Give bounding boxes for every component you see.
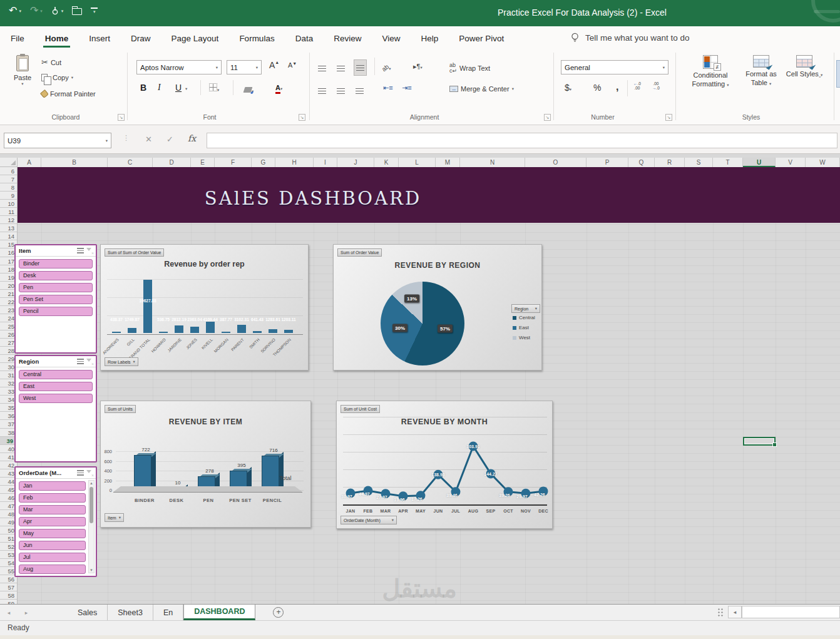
slicer-option-west[interactable]: West [19, 394, 93, 403]
axis-field-button[interactable]: OrderDate (Month)▾ [341, 516, 397, 524]
row-header-13[interactable]: 13 [0, 224, 17, 232]
name-box[interactable]: U39▾ [4, 133, 111, 148]
column-header-C[interactable]: C [108, 158, 153, 167]
tab-page-layout[interactable]: Page Layout [170, 28, 221, 49]
column-header-N[interactable]: N [460, 158, 525, 167]
insert-function-button[interactable]: fx [188, 133, 196, 143]
column-header-W[interactable]: W [806, 158, 840, 167]
select-all-corner[interactable] [0, 158, 18, 167]
bold-button[interactable]: B [140, 83, 146, 93]
conditional-formatting-button[interactable]: ≠ Conditional Formatting ▾ [684, 55, 737, 89]
tab-view[interactable]: View [380, 28, 402, 49]
bar-parent[interactable] [237, 325, 246, 333]
tab-data[interactable]: Data [294, 28, 315, 49]
orientation-button[interactable]: ab▾ [382, 61, 391, 73]
slicer-option-apr[interactable]: Apr [19, 517, 86, 526]
multi-select-icon[interactable] [77, 248, 84, 253]
column-header-U[interactable]: U [743, 158, 776, 167]
tab-scroll-right-icon[interactable]: ▸ [18, 605, 35, 620]
horizontal-scrollbar[interactable] [742, 606, 840, 618]
column-header-Q[interactable]: Q [628, 158, 655, 167]
slicer-option-jan[interactable]: Jan [19, 481, 86, 491]
clear-filter-icon[interactable] [86, 470, 93, 476]
font-size-select[interactable]: 11▾ [227, 60, 262, 74]
row-header-7[interactable]: 7 [0, 175, 17, 183]
align-bottom-button[interactable] [354, 60, 366, 75]
column-header-L[interactable]: L [399, 158, 436, 167]
slicer-option-feb[interactable]: Feb [19, 493, 86, 503]
shrink-font-button[interactable]: A▼ [288, 61, 297, 69]
copy-button[interactable]: Copy▾ [41, 74, 73, 81]
slicer-option-jul[interactable]: Jul [19, 553, 86, 562]
font-dialog-launcher[interactable]: ↘ [299, 114, 305, 121]
currency-format-button[interactable]: $▾ [565, 83, 571, 93]
decrease-indent-button[interactable]: ⇤≡ [383, 84, 393, 92]
column-header-E[interactable]: E [191, 158, 215, 167]
column-header-V[interactable]: V [776, 158, 806, 167]
tab-insert[interactable]: Insert [87, 28, 112, 49]
column-header-J[interactable]: J [337, 158, 374, 167]
formula-input[interactable] [207, 133, 837, 148]
hscroll-left-icon[interactable]: ◂ [728, 606, 742, 618]
row-header-10[interactable]: 10 [0, 200, 17, 208]
slicer-option-jun[interactable]: Jun [19, 541, 86, 550]
align-middle-button[interactable] [337, 63, 345, 74]
wrap-text-button[interactable]: abc↵Wrap Text [449, 63, 490, 74]
cut-button[interactable]: ✂Cut [41, 58, 61, 67]
formula-bar-grip[interactable]: ⋮ [123, 134, 130, 142]
column-header-R[interactable]: R [655, 158, 685, 167]
column-header-D[interactable]: D [153, 158, 191, 167]
ribbon-overflow-chevron-icon[interactable]: ⌄ [817, 73, 822, 79]
column-header-G[interactable]: G [252, 158, 275, 167]
bar-binder[interactable] [134, 455, 151, 490]
scroll-thumb[interactable] [90, 487, 93, 523]
align-center-button[interactable] [337, 85, 345, 96]
tab-power-pivot[interactable]: Power Pivot [457, 28, 506, 49]
tab-draw[interactable]: Draw [129, 28, 153, 49]
bar-kivell[interactable] [206, 322, 215, 333]
bar-thompson[interactable] [284, 330, 293, 333]
align-top-button[interactable] [318, 63, 326, 74]
slicer-scrollbar[interactable]: ▲ ▼ [88, 480, 95, 573]
font-color-button[interactable]: A▾ [275, 81, 282, 93]
slicer-option-desk[interactable]: Desk [19, 271, 93, 280]
slicer-option-pencil[interactable]: Pencil [19, 307, 93, 316]
text-direction-button[interactable]: ▸¶▾ [413, 63, 423, 71]
number-dialog-launcher[interactable]: ↘ [665, 114, 672, 121]
format-painter-button[interactable]: Format Painter [41, 90, 96, 98]
column-header-M[interactable]: M [436, 158, 460, 167]
bar-andrews[interactable] [112, 332, 121, 333]
format-as-table-button[interactable]: Format as Table ▾ [739, 55, 784, 88]
multi-select-icon[interactable] [77, 359, 84, 364]
tab-file[interactable]: File [9, 28, 26, 49]
underline-button[interactable]: U [175, 83, 182, 93]
column-header-S[interactable]: S [685, 158, 713, 167]
bar-morgan[interactable] [222, 332, 230, 333]
percent-format-button[interactable]: % [593, 83, 601, 93]
clear-filter-icon[interactable] [86, 248, 93, 254]
underline-caret-icon[interactable]: ▾ [185, 86, 187, 91]
touch-mode-button[interactable]: ▾ [51, 6, 64, 16]
column-header-K[interactable]: K [374, 158, 399, 167]
axis-field-button[interactable]: Row Labels▾ [105, 357, 138, 366]
bar-sorvino[interactable] [269, 329, 277, 333]
row-header-12[interactable]: 12 [0, 216, 17, 224]
row-header-57[interactable]: 57 [0, 583, 17, 591]
alignment-dialog-launcher[interactable]: ↘ [544, 114, 551, 121]
multi-select-icon[interactable] [77, 470, 84, 476]
row-header-9[interactable]: 9 [0, 192, 17, 200]
redo-button[interactable]: ↷▾ [30, 6, 43, 16]
clear-filter-icon[interactable] [86, 359, 93, 365]
grow-font-button[interactable]: A▲ [269, 60, 279, 70]
scroll-down-icon[interactable]: ▼ [89, 568, 94, 572]
decrease-decimal-button[interactable]: .00→.0 [652, 81, 660, 91]
slicer-option-aug[interactable]: Aug [19, 565, 86, 574]
row-header-6[interactable]: 6 [0, 167, 17, 175]
column-header-P[interactable]: P [586, 158, 628, 167]
bar-pencil[interactable] [262, 456, 279, 490]
column-header-F[interactable]: F [215, 158, 252, 167]
number-format-select[interactable]: General▾ [561, 60, 668, 74]
bar-gill[interactable] [128, 328, 136, 333]
fill-color-button[interactable]: ▾ [244, 84, 254, 95]
sheet-tab-sales[interactable]: Sales [68, 605, 108, 620]
